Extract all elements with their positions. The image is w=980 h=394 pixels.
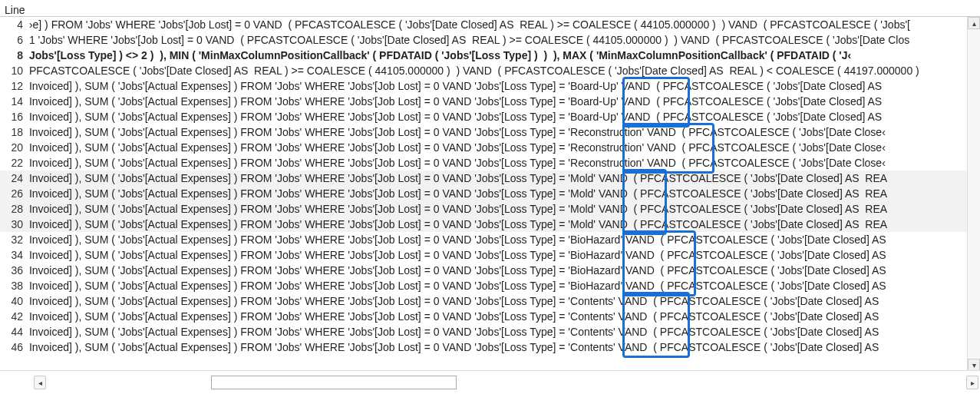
line-number: 32 [0,232,26,247]
line-number: 18 [0,124,26,140]
code-row[interactable]: 38 Invoiced] ), SUM ( 'Jobs'[Actual Expe… [0,278,968,293]
line-text: Invoiced] ), SUM ( 'Jobs'[Actual Expense… [26,186,968,201]
line-text: Invoiced] ), SUM ( 'Jobs'[Actual Expense… [26,217,968,232]
vscroll-track[interactable] [968,29,980,359]
code-row[interactable]: 12 Invoiced] ), SUM ( 'Jobs'[Actual Expe… [0,78,968,94]
line-number: 36 [0,263,26,278]
line-text: Invoiced] ), SUM ( 'Jobs'[Actual Expense… [26,78,968,94]
line-text: Invoiced] ), SUM ( 'Jobs'[Actual Expense… [26,278,968,293]
code-row[interactable]: 28 Invoiced] ), SUM ( 'Jobs'[Actual Expe… [0,201,968,217]
line-text: Jobs'[Loss Type] ) <> 2 ) ), MIN ( 'MinM… [26,48,968,63]
code-row[interactable]: 20 Invoiced] ), SUM ( 'Jobs'[Actual Expe… [0,140,968,155]
line-number: 8 [0,48,26,63]
line-number: 42 [0,309,26,324]
code-row[interactable]: 16 Invoiced] ), SUM ( 'Jobs'[Actual Expe… [0,109,968,124]
line-number: 44 [0,324,26,339]
code-row[interactable]: 46 Invoiced] ), SUM ( 'Jobs'[Actual Expe… [0,339,968,355]
code-row[interactable]: 32 Invoiced] ), SUM ( 'Jobs'[Actual Expe… [0,232,968,247]
line-text: Invoiced] ), SUM ( 'Jobs'[Actual Expense… [26,232,968,247]
code-row[interactable]: 24 Invoiced] ), SUM ( 'Jobs'[Actual Expe… [0,171,968,186]
line-text: Invoiced] ), SUM ( 'Jobs'[Actual Expense… [26,171,968,186]
code-row[interactable]: 30 Invoiced] ), SUM ( 'Jobs'[Actual Expe… [0,217,968,232]
code-row[interactable]: 18 Invoiced] ), SUM ( 'Jobs'[Actual Expe… [0,124,968,140]
scroll-right-arrow-icon[interactable]: ▸ [966,376,978,389]
line-text: Invoiced] ), SUM ( 'Jobs'[Actual Expense… [26,140,968,155]
quick-find-input[interactable] [211,376,457,389]
code-row[interactable]: 8 Jobs'[Loss Type] ) <> 2 ) ), MIN ( 'Mi… [0,48,968,63]
line-number: 22 [0,155,26,171]
scroll-left-arrow-icon[interactable]: ◂ [34,376,46,389]
code-row[interactable]: 4 ›e] ) FROM 'Jobs' WHERE 'Jobs'[Job Los… [0,17,968,32]
line-number: 14 [0,94,26,109]
trace-viewer: Line 4 ›e] ) FROM 'Jobs' WHERE 'Jobs'[Jo… [0,0,980,394]
line-text: Invoiced] ), SUM ( 'Jobs'[Actual Expense… [26,339,968,355]
code-row[interactable]: 34 Invoiced] ), SUM ( 'Jobs'[Actual Expe… [0,247,968,263]
code-row[interactable]: 26 Invoiced] ), SUM ( 'Jobs'[Actual Expe… [0,186,968,201]
line-text: Invoiced] ), SUM ( 'Jobs'[Actual Expense… [26,155,968,171]
line-number: 12 [0,78,26,94]
line-text: Invoiced] ), SUM ( 'Jobs'[Actual Expense… [26,293,968,309]
code-row[interactable]: 10 PFCASTCOALESCE ( 'Jobs'[Date Closed] … [0,63,968,78]
line-number: 30 [0,217,26,232]
line-text: Invoiced] ), SUM ( 'Jobs'[Actual Expense… [26,94,968,109]
column-header-bar: Line [0,0,980,17]
code-row[interactable]: 40 Invoiced] ), SUM ( 'Jobs'[Actual Expe… [0,293,968,309]
line-number: 34 [0,247,26,263]
line-text: 1 'Jobs' WHERE 'Jobs'[Job Lost] = 0 VAND… [26,32,968,48]
scroll-down-arrow-icon[interactable]: ▾ [968,359,980,371]
scroll-up-arrow-icon[interactable]: ▴ [968,17,980,29]
code-row[interactable]: 42 Invoiced] ), SUM ( 'Jobs'[Actual Expe… [0,309,968,324]
code-row[interactable]: 44 Invoiced] ), SUM ( 'Jobs'[Actual Expe… [0,324,968,339]
line-number: 26 [0,186,26,201]
code-row[interactable]: 22 Invoiced] ), SUM ( 'Jobs'[Actual Expe… [0,155,968,171]
hscroll-track[interactable] [48,376,965,389]
line-text: Invoiced] ), SUM ( 'Jobs'[Actual Expense… [26,247,968,263]
line-text: Invoiced] ), SUM ( 'Jobs'[Actual Expense… [26,324,968,339]
line-number: 4 [0,17,26,32]
line-number: 16 [0,109,26,124]
horizontal-scrollbar[interactable]: ◂ ▸ [2,376,978,389]
line-number: 10 [0,63,26,78]
line-text: Invoiced] ), SUM ( 'Jobs'[Actual Expense… [26,109,968,124]
code-row[interactable]: 36 Invoiced] ), SUM ( 'Jobs'[Actual Expe… [0,263,968,278]
line-number: 6 [0,32,26,48]
column-header-line: Line [5,4,25,16]
bottom-band: ◂ ▸ [0,370,980,394]
code-row[interactable]: 6 1 'Jobs' WHERE 'Jobs'[Job Lost] = 0 VA… [0,32,968,48]
line-number: 28 [0,201,26,217]
vertical-scrollbar[interactable]: ▴ ▾ [967,17,980,371]
line-number: 40 [0,293,26,309]
line-number: 46 [0,339,26,355]
line-number: 24 [0,171,26,186]
code-row[interactable]: 14 Invoiced] ), SUM ( 'Jobs'[Actual Expe… [0,94,968,109]
line-number: 38 [0,278,26,293]
line-text: ›e] ) FROM 'Jobs' WHERE 'Jobs'[Job Lost]… [26,17,968,32]
code-rows-area[interactable]: 4 ›e] ) FROM 'Jobs' WHERE 'Jobs'[Job Los… [0,17,968,371]
line-text: Invoiced] ), SUM ( 'Jobs'[Actual Expense… [26,124,968,140]
line-text: PFCASTCOALESCE ( 'Jobs'[Date Closed] AS … [26,63,968,78]
line-text: Invoiced] ), SUM ( 'Jobs'[Actual Expense… [26,263,968,278]
line-number: 20 [0,140,26,155]
line-text: Invoiced] ), SUM ( 'Jobs'[Actual Expense… [26,309,968,324]
line-text: Invoiced] ), SUM ( 'Jobs'[Actual Expense… [26,201,968,217]
